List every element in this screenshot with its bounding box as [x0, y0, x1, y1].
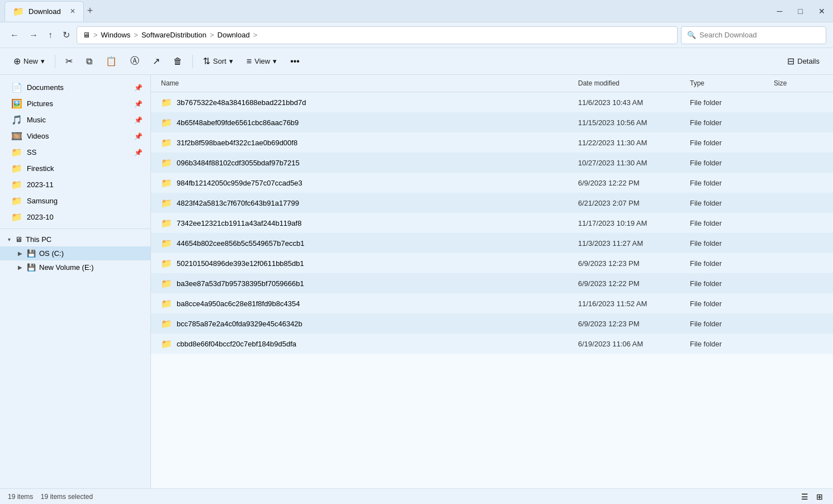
folder-icon: 📁 — [161, 178, 172, 188]
large-icons-view-button[interactable]: ⊞ — [814, 491, 825, 502]
file-row[interactable]: 📁 096b3484f88102cdf3055bdaf97b7215 10/27… — [151, 153, 833, 173]
file-date-cell: 11/17/2023 10:19 AM — [575, 219, 687, 227]
search-box[interactable]: 🔍 — [681, 26, 826, 44]
file-row[interactable]: 📁 7342ee12321cb1911a43af244b119af8 11/17… — [151, 213, 833, 233]
file-row[interactable]: 📁 31f2b8f598baeb4f322c1ae0b69d00f8 11/22… — [151, 132, 833, 153]
breadcrumb-item-download[interactable]: Download — [217, 31, 250, 39]
file-date-cell: 11/15/2023 10:56 AM — [575, 118, 687, 127]
sidebar-item-samsung[interactable]: 📁 Samsung — [0, 193, 150, 209]
os-c-label: OS (C:) — [39, 249, 64, 258]
new-tab-button[interactable]: + — [87, 5, 93, 17]
file-name-text: 44654b802cee856b5c5549657b7eccb1 — [177, 239, 304, 248]
sidebar-item-music[interactable]: 🎵 Music 📌 — [0, 112, 150, 128]
paste-button[interactable]: 📋 — [100, 53, 122, 70]
search-input[interactable] — [699, 31, 820, 39]
file-row[interactable]: 📁 4b65f48abef09fde6561cbc86aac76b9 11/15… — [151, 112, 833, 132]
file-name-text: 7342ee12321cb1911a43af244b119af8 — [177, 219, 301, 227]
2023-10-icon: 📁 — [11, 212, 22, 222]
col-header-size[interactable]: Size — [770, 77, 826, 89]
file-type-cell: File folder — [687, 239, 770, 248]
sidebar-label-samsung: Samsung — [27, 197, 143, 205]
window-controls: ─ □ ✕ — [774, 6, 829, 17]
details-button[interactable]: ⊟ Details — [782, 53, 825, 70]
breadcrumb-sep-3: > — [210, 31, 214, 39]
file-name-text: 31f2b8f598baeb4f322c1ae0b69d00f8 — [177, 139, 297, 147]
file-row[interactable]: 📁 502101504896de393e12f0611bb85db1 6/9/2… — [151, 253, 833, 273]
file-row[interactable]: 📁 3b7675322e48a3841688ebad221bbd7d 11/6/… — [151, 92, 833, 112]
minimize-button[interactable]: ─ — [774, 6, 786, 17]
breadcrumb-sep-4: > — [253, 31, 258, 39]
sidebar-this-pc[interactable]: ▾ 🖥 This PC — [0, 232, 150, 246]
sidebar-label-music: Music — [27, 116, 130, 124]
breadcrumb-item-windows[interactable]: Windows — [101, 31, 131, 39]
view-button[interactable]: ≡ View ▾ — [241, 53, 282, 70]
sidebar-item-documents[interactable]: 📄 Documents 📌 — [0, 79, 150, 96]
file-date-cell: 11/16/2023 11:52 AM — [575, 299, 687, 308]
sidebar-item-pictures[interactable]: 🖼️ Pictures 📌 — [0, 96, 150, 112]
sidebar-item-2023-11[interactable]: 📁 2023-11 — [0, 177, 150, 193]
copy-icon: ⧉ — [86, 56, 92, 66]
file-name-text: bcc785a87e2a4c0fda9329e45c46342b — [177, 320, 302, 328]
file-type-cell: File folder — [687, 98, 770, 107]
sidebar-item-2023-10[interactable]: 📁 2023-10 — [0, 209, 150, 225]
copy-button[interactable]: ⧉ — [81, 53, 98, 70]
view-label: View — [254, 57, 270, 65]
share-icon: ↗ — [153, 56, 160, 66]
file-row[interactable]: 📁 984fb12142050c959de757c07ccad5e3 6/9/2… — [151, 173, 833, 193]
refresh-button[interactable]: ↻ — [59, 27, 73, 42]
sort-button[interactable]: ⇅ Sort ▾ — [197, 53, 239, 70]
sidebar-new-volume[interactable]: ▶ 💾 New Volume (E:) — [0, 260, 150, 274]
file-name-text: ba3ee87a53d7b95738395bf7059666b1 — [177, 279, 304, 288]
sidebar-item-ss[interactable]: 📁 SS 📌 — [0, 144, 150, 160]
folder-icon: 📁 — [161, 278, 172, 289]
details-view-button[interactable]: ☰ — [799, 491, 811, 502]
file-type-cell: File folder — [687, 179, 770, 187]
sidebar-os-c[interactable]: ▶ 💾 OS (C:) — [0, 246, 150, 260]
file-row[interactable]: 📁 bcc785a87e2a4c0fda9329e45c46342b 6/9/2… — [151, 313, 833, 334]
col-header-type[interactable]: Type — [687, 77, 770, 89]
folder-icon: 📁 — [161, 298, 172, 309]
col-header-date[interactable]: Date modified — [575, 77, 687, 89]
file-row[interactable]: 📁 cbbd8e66f04bccf20c7ebf184b9d5dfa 6/19/… — [151, 334, 833, 354]
breadcrumb[interactable]: 🖥 > Windows > SoftwareDistribution > Dow… — [77, 26, 678, 44]
file-type-cell: File folder — [687, 340, 770, 348]
close-button[interactable]: ✕ — [815, 6, 829, 17]
sidebar-label-2023-11: 2023-11 — [27, 180, 143, 189]
forward-button[interactable]: → — [26, 28, 41, 42]
pin-icon-music: 📌 — [134, 116, 143, 124]
active-tab[interactable]: 📁 Download ✕ — [4, 1, 84, 21]
more-button[interactable]: ••• — [285, 53, 305, 70]
file-row[interactable]: 📁 ba8cce4a950ac6c28e81f8fd9b8c4354 11/16… — [151, 293, 833, 313]
file-row[interactable]: 📁 4823f42a5813c7f670fc643b91a17799 6/21/… — [151, 193, 833, 213]
tab-close-button[interactable]: ✕ — [70, 7, 75, 15]
sidebar-label-2023-10: 2023-10 — [27, 213, 143, 221]
music-icon: 🎵 — [11, 115, 22, 125]
file-row[interactable]: 📁 44654b802cee856b5c5549657b7eccb1 11/3/… — [151, 233, 833, 253]
sidebar-item-firestick[interactable]: 📁 Firestick — [0, 160, 150, 177]
back-button[interactable]: ← — [7, 28, 22, 42]
file-type-cell: File folder — [687, 199, 770, 207]
sidebar-label-ss: SS — [27, 148, 130, 156]
breadcrumb-sep-1: > — [93, 31, 98, 39]
tab-title: Download — [29, 7, 61, 16]
file-name-cell: 📁 cbbd8e66f04bccf20c7ebf184b9d5dfa — [158, 339, 575, 349]
this-pc-collapse-arrow: ▾ — [8, 236, 11, 243]
col-header-name[interactable]: Name — [158, 77, 575, 89]
rename-button[interactable]: Ⓐ — [125, 52, 145, 70]
breadcrumb-item-softwaredistribution[interactable]: SoftwareDistribution — [141, 31, 206, 39]
folder-icon: 📁 — [161, 137, 172, 148]
file-date-cell: 6/9/2023 12:23 PM — [575, 320, 687, 328]
sidebar-label-pictures: Pictures — [27, 99, 130, 108]
details-label: Details — [797, 57, 820, 65]
sidebar-item-videos[interactable]: 🎞️ Videos 📌 — [0, 128, 150, 144]
delete-button[interactable]: 🗑 — [168, 53, 188, 70]
file-row[interactable]: 📁 ba3ee87a53d7b95738395bf7059666b1 6/9/2… — [151, 273, 833, 293]
up-button[interactable]: ↑ — [45, 28, 56, 42]
cut-button[interactable]: ✂ — [60, 53, 78, 70]
folder-icon: 📁 — [161, 198, 172, 208]
file-date-cell: 10/27/2023 11:30 AM — [575, 159, 687, 167]
share-button[interactable]: ↗ — [147, 53, 165, 70]
maximize-button[interactable]: □ — [795, 6, 806, 17]
new-button[interactable]: ⊕ New ▾ — [8, 53, 50, 70]
file-name-cell: 📁 3b7675322e48a3841688ebad221bbd7d — [158, 97, 575, 108]
